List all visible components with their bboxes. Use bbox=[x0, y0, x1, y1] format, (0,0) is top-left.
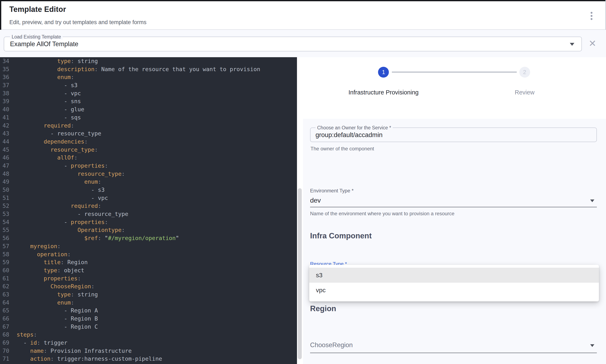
code-line: 48 resource_type: bbox=[0, 170, 297, 178]
line-number: 57 bbox=[0, 242, 17, 250]
owner-helper-text: The owner of the component bbox=[311, 146, 374, 152]
code-line: 53 - resource_type bbox=[0, 210, 297, 218]
environment-type-label: Environment Type * bbox=[310, 188, 354, 194]
line-number: 36 bbox=[0, 73, 17, 81]
code-line: 46 allOf: bbox=[0, 154, 297, 162]
choose-region-select[interactable]: ChooseRegion bbox=[310, 341, 353, 349]
line-number: 61 bbox=[0, 274, 17, 283]
line-number: 58 bbox=[0, 250, 17, 259]
step-review[interactable]: 2 Review bbox=[515, 67, 534, 96]
step-2-circle: 2 bbox=[519, 67, 530, 78]
code-line: 44 dependencies: bbox=[0, 138, 297, 146]
stepper: 1 Infrastructure Provisioning 2 Review bbox=[303, 57, 606, 119]
code-line: 34 type: string bbox=[0, 57, 297, 65]
line-number: 64 bbox=[0, 299, 17, 307]
line-number: 54 bbox=[0, 218, 17, 226]
line-number: 67 bbox=[0, 323, 17, 331]
line-number: 55 bbox=[0, 226, 17, 234]
code-line: 40 - glue bbox=[0, 105, 297, 114]
code-line: 52 required: bbox=[0, 202, 297, 210]
chevron-down-icon[interactable] bbox=[590, 199, 594, 202]
code-line: 49 enum: bbox=[0, 178, 297, 186]
line-number: 62 bbox=[0, 283, 17, 291]
line-number: 68 bbox=[0, 331, 17, 339]
form-preview-panel: 1 Infrastructure Provisioning 2 Review C… bbox=[303, 57, 606, 364]
code-line: 65 - Region A bbox=[0, 307, 297, 315]
environment-type-select[interactable]: dev bbox=[310, 196, 321, 204]
code-lines: 34 type: string35 description: Name of t… bbox=[0, 57, 297, 363]
load-existing-template-select[interactable]: Load Existing Template Example AllOf Tem… bbox=[4, 37, 582, 51]
owner-select[interactable]: Choose an Owner for the Service * group:… bbox=[310, 128, 597, 142]
line-number: 44 bbox=[0, 138, 17, 146]
line-number: 39 bbox=[0, 97, 17, 105]
owner-label: Choose an Owner for the Service * bbox=[316, 125, 393, 131]
line-number: 45 bbox=[0, 146, 17, 154]
infra-component-heading: Infra Component bbox=[310, 232, 372, 240]
code-line: 68steps: bbox=[0, 331, 297, 339]
close-icon: ✕ bbox=[589, 38, 596, 49]
line-number: 66 bbox=[0, 315, 17, 323]
window-left-edge bbox=[0, 0, 1, 30]
line-number: 69 bbox=[0, 339, 17, 347]
window-top-edge bbox=[0, 0, 606, 1]
dropdown-option-vpc[interactable]: vpc bbox=[309, 283, 599, 298]
code-line: 54 - properties: bbox=[0, 218, 297, 226]
kebab-menu-icon[interactable] bbox=[587, 11, 596, 20]
page-subtitle: Edit, preview, and try out templates and… bbox=[9, 19, 146, 26]
code-line: 71 action: trigger:harness-custom-pipeli… bbox=[0, 355, 297, 363]
code-line: 61 properties: bbox=[0, 274, 297, 283]
step-2-label: Review bbox=[515, 89, 534, 96]
line-number: 53 bbox=[0, 210, 17, 218]
chevron-down-icon[interactable] bbox=[590, 344, 594, 347]
clear-template-button[interactable]: ✕ bbox=[587, 38, 598, 49]
code-line: 57 myregion: bbox=[0, 242, 297, 250]
code-line: 43 - resource_type bbox=[0, 130, 297, 138]
line-number: 48 bbox=[0, 170, 17, 178]
environment-type-helper-text: Name of the environment where you want t… bbox=[310, 211, 454, 217]
line-number: 34 bbox=[0, 57, 17, 65]
code-line: 37 - s3 bbox=[0, 81, 297, 90]
code-line: 51 - vpc bbox=[0, 194, 297, 202]
line-number: 42 bbox=[0, 122, 17, 130]
choose-region-underline bbox=[310, 352, 597, 353]
scrollbar-thumb[interactable] bbox=[298, 188, 302, 359]
form-area: Choose an Owner for the Service * group:… bbox=[303, 119, 606, 364]
code-editor[interactable]: 34 type: string35 description: Name of t… bbox=[0, 57, 297, 364]
line-number: 51 bbox=[0, 194, 17, 202]
step-infrastructure-provisioning[interactable]: 1 Infrastructure Provisioning bbox=[349, 67, 419, 96]
line-number: 49 bbox=[0, 178, 17, 186]
resource-type-dropdown-menu: s3vpc bbox=[309, 265, 599, 301]
step-1-circle: 1 bbox=[378, 67, 389, 78]
line-number: 71 bbox=[0, 355, 17, 363]
code-line: 35 description: Name of the resource tha… bbox=[0, 65, 297, 73]
code-line: 41 - sqs bbox=[0, 114, 297, 122]
code-line: 47 - properties: bbox=[0, 162, 297, 170]
code-line: 50 - s3 bbox=[0, 186, 297, 194]
page-title: Template Editor bbox=[9, 5, 66, 14]
line-number: 50 bbox=[0, 186, 17, 194]
line-number: 38 bbox=[0, 90, 17, 98]
owner-value: group:default/accadmin bbox=[316, 131, 382, 139]
code-line: 42 required: bbox=[0, 122, 297, 130]
code-line: 67 - Region C bbox=[0, 323, 297, 331]
code-line: 62 ChooseRegion: bbox=[0, 283, 297, 291]
line-number: 59 bbox=[0, 258, 17, 266]
chevron-down-icon[interactable] bbox=[570, 43, 574, 46]
load-existing-template-label: Load Existing Template bbox=[10, 34, 63, 40]
code-line: 55 Operationtype: bbox=[0, 226, 297, 234]
line-number: 37 bbox=[0, 81, 17, 90]
code-line: 70 name: Provision Infrastructure bbox=[0, 347, 297, 355]
code-line: 45 resource_type: bbox=[0, 146, 297, 154]
code-line: 59 title: Region bbox=[0, 258, 297, 266]
main-split: 34 type: string35 description: Name of t… bbox=[0, 57, 606, 364]
code-line: 38 - vpc bbox=[0, 90, 297, 98]
line-number: 35 bbox=[0, 65, 17, 73]
code-line: 64 enum: bbox=[0, 299, 297, 307]
region-heading: Region bbox=[310, 304, 336, 313]
line-number: 65 bbox=[0, 307, 17, 315]
code-line: 66 - Region B bbox=[0, 315, 297, 323]
line-number: 56 bbox=[0, 234, 17, 242]
editor-scrollbar-gutter bbox=[297, 57, 303, 364]
dropdown-option-s3[interactable]: s3 bbox=[309, 268, 599, 283]
code-line: 63 type: string bbox=[0, 291, 297, 299]
